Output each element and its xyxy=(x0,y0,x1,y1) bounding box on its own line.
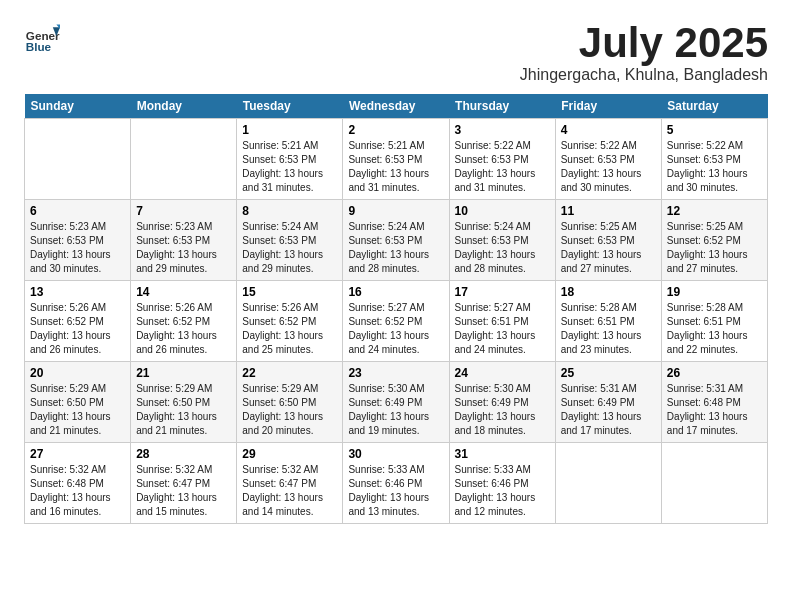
day-cell: 4Sunrise: 5:22 AM Sunset: 6:53 PM Daylig… xyxy=(555,119,661,200)
day-cell: 14Sunrise: 5:26 AM Sunset: 6:52 PM Dayli… xyxy=(131,281,237,362)
weekday-header-wednesday: Wednesday xyxy=(343,94,449,119)
day-info: Sunrise: 5:25 AM Sunset: 6:52 PM Dayligh… xyxy=(667,220,762,276)
day-cell: 1Sunrise: 5:21 AM Sunset: 6:53 PM Daylig… xyxy=(237,119,343,200)
day-number: 5 xyxy=(667,123,762,137)
month-title: July 2025 xyxy=(520,20,768,66)
day-info: Sunrise: 5:28 AM Sunset: 6:51 PM Dayligh… xyxy=(667,301,762,357)
day-cell: 17Sunrise: 5:27 AM Sunset: 6:51 PM Dayli… xyxy=(449,281,555,362)
day-number: 13 xyxy=(30,285,125,299)
day-cell xyxy=(25,119,131,200)
day-number: 12 xyxy=(667,204,762,218)
day-number: 7 xyxy=(136,204,231,218)
day-cell: 11Sunrise: 5:25 AM Sunset: 6:53 PM Dayli… xyxy=(555,200,661,281)
day-number: 9 xyxy=(348,204,443,218)
day-number: 25 xyxy=(561,366,656,380)
weekday-header-tuesday: Tuesday xyxy=(237,94,343,119)
week-row-4: 20Sunrise: 5:29 AM Sunset: 6:50 PM Dayli… xyxy=(25,362,768,443)
day-cell: 31Sunrise: 5:33 AM Sunset: 6:46 PM Dayli… xyxy=(449,443,555,524)
day-cell: 16Sunrise: 5:27 AM Sunset: 6:52 PM Dayli… xyxy=(343,281,449,362)
day-number: 28 xyxy=(136,447,231,461)
day-cell: 15Sunrise: 5:26 AM Sunset: 6:52 PM Dayli… xyxy=(237,281,343,362)
day-number: 15 xyxy=(242,285,337,299)
day-number: 17 xyxy=(455,285,550,299)
day-number: 14 xyxy=(136,285,231,299)
week-row-1: 1Sunrise: 5:21 AM Sunset: 6:53 PM Daylig… xyxy=(25,119,768,200)
day-cell xyxy=(555,443,661,524)
day-cell: 18Sunrise: 5:28 AM Sunset: 6:51 PM Dayli… xyxy=(555,281,661,362)
weekday-header-sunday: Sunday xyxy=(25,94,131,119)
day-number: 21 xyxy=(136,366,231,380)
day-cell: 5Sunrise: 5:22 AM Sunset: 6:53 PM Daylig… xyxy=(661,119,767,200)
day-info: Sunrise: 5:32 AM Sunset: 6:48 PM Dayligh… xyxy=(30,463,125,519)
svg-text:Blue: Blue xyxy=(26,40,52,53)
day-number: 26 xyxy=(667,366,762,380)
day-cell: 25Sunrise: 5:31 AM Sunset: 6:49 PM Dayli… xyxy=(555,362,661,443)
day-info: Sunrise: 5:24 AM Sunset: 6:53 PM Dayligh… xyxy=(242,220,337,276)
day-cell: 26Sunrise: 5:31 AM Sunset: 6:48 PM Dayli… xyxy=(661,362,767,443)
weekday-header-thursday: Thursday xyxy=(449,94,555,119)
day-info: Sunrise: 5:24 AM Sunset: 6:53 PM Dayligh… xyxy=(455,220,550,276)
day-info: Sunrise: 5:29 AM Sunset: 6:50 PM Dayligh… xyxy=(30,382,125,438)
day-info: Sunrise: 5:23 AM Sunset: 6:53 PM Dayligh… xyxy=(30,220,125,276)
day-number: 16 xyxy=(348,285,443,299)
day-info: Sunrise: 5:32 AM Sunset: 6:47 PM Dayligh… xyxy=(136,463,231,519)
day-cell: 2Sunrise: 5:21 AM Sunset: 6:53 PM Daylig… xyxy=(343,119,449,200)
day-cell: 27Sunrise: 5:32 AM Sunset: 6:48 PM Dayli… xyxy=(25,443,131,524)
day-number: 10 xyxy=(455,204,550,218)
day-cell: 10Sunrise: 5:24 AM Sunset: 6:53 PM Dayli… xyxy=(449,200,555,281)
day-cell: 22Sunrise: 5:29 AM Sunset: 6:50 PM Dayli… xyxy=(237,362,343,443)
day-number: 2 xyxy=(348,123,443,137)
day-number: 24 xyxy=(455,366,550,380)
day-number: 23 xyxy=(348,366,443,380)
day-info: Sunrise: 5:26 AM Sunset: 6:52 PM Dayligh… xyxy=(242,301,337,357)
weekday-header-monday: Monday xyxy=(131,94,237,119)
day-number: 29 xyxy=(242,447,337,461)
day-info: Sunrise: 5:21 AM Sunset: 6:53 PM Dayligh… xyxy=(242,139,337,195)
day-number: 18 xyxy=(561,285,656,299)
day-info: Sunrise: 5:32 AM Sunset: 6:47 PM Dayligh… xyxy=(242,463,337,519)
day-info: Sunrise: 5:22 AM Sunset: 6:53 PM Dayligh… xyxy=(455,139,550,195)
day-cell xyxy=(131,119,237,200)
weekday-header-row: SundayMondayTuesdayWednesdayThursdayFrid… xyxy=(25,94,768,119)
day-info: Sunrise: 5:22 AM Sunset: 6:53 PM Dayligh… xyxy=(561,139,656,195)
day-info: Sunrise: 5:33 AM Sunset: 6:46 PM Dayligh… xyxy=(348,463,443,519)
day-cell: 29Sunrise: 5:32 AM Sunset: 6:47 PM Dayli… xyxy=(237,443,343,524)
day-info: Sunrise: 5:26 AM Sunset: 6:52 PM Dayligh… xyxy=(30,301,125,357)
day-cell: 3Sunrise: 5:22 AM Sunset: 6:53 PM Daylig… xyxy=(449,119,555,200)
day-number: 4 xyxy=(561,123,656,137)
day-cell: 28Sunrise: 5:32 AM Sunset: 6:47 PM Dayli… xyxy=(131,443,237,524)
day-number: 22 xyxy=(242,366,337,380)
day-info: Sunrise: 5:26 AM Sunset: 6:52 PM Dayligh… xyxy=(136,301,231,357)
day-info: Sunrise: 5:24 AM Sunset: 6:53 PM Dayligh… xyxy=(348,220,443,276)
day-number: 27 xyxy=(30,447,125,461)
day-number: 1 xyxy=(242,123,337,137)
day-cell: 23Sunrise: 5:30 AM Sunset: 6:49 PM Dayli… xyxy=(343,362,449,443)
weekday-header-saturday: Saturday xyxy=(661,94,767,119)
weekday-header-friday: Friday xyxy=(555,94,661,119)
day-info: Sunrise: 5:27 AM Sunset: 6:52 PM Dayligh… xyxy=(348,301,443,357)
day-info: Sunrise: 5:25 AM Sunset: 6:53 PM Dayligh… xyxy=(561,220,656,276)
week-row-3: 13Sunrise: 5:26 AM Sunset: 6:52 PM Dayli… xyxy=(25,281,768,362)
day-number: 6 xyxy=(30,204,125,218)
day-cell: 20Sunrise: 5:29 AM Sunset: 6:50 PM Dayli… xyxy=(25,362,131,443)
day-cell: 8Sunrise: 5:24 AM Sunset: 6:53 PM Daylig… xyxy=(237,200,343,281)
title-area: July 2025 Jhingergacha, Khulna, Banglade… xyxy=(520,20,768,84)
day-cell: 21Sunrise: 5:29 AM Sunset: 6:50 PM Dayli… xyxy=(131,362,237,443)
day-info: Sunrise: 5:31 AM Sunset: 6:48 PM Dayligh… xyxy=(667,382,762,438)
day-number: 8 xyxy=(242,204,337,218)
day-cell: 9Sunrise: 5:24 AM Sunset: 6:53 PM Daylig… xyxy=(343,200,449,281)
day-number: 20 xyxy=(30,366,125,380)
day-number: 11 xyxy=(561,204,656,218)
day-cell: 19Sunrise: 5:28 AM Sunset: 6:51 PM Dayli… xyxy=(661,281,767,362)
day-cell xyxy=(661,443,767,524)
day-number: 30 xyxy=(348,447,443,461)
day-info: Sunrise: 5:33 AM Sunset: 6:46 PM Dayligh… xyxy=(455,463,550,519)
day-cell: 30Sunrise: 5:33 AM Sunset: 6:46 PM Dayli… xyxy=(343,443,449,524)
location-title: Jhingergacha, Khulna, Bangladesh xyxy=(520,66,768,84)
day-info: Sunrise: 5:28 AM Sunset: 6:51 PM Dayligh… xyxy=(561,301,656,357)
logo-icon: General Blue xyxy=(24,20,60,56)
header: General Blue July 2025 Jhingergacha, Khu… xyxy=(24,20,768,84)
day-number: 3 xyxy=(455,123,550,137)
calendar-table: SundayMondayTuesdayWednesdayThursdayFrid… xyxy=(24,94,768,524)
day-cell: 7Sunrise: 5:23 AM Sunset: 6:53 PM Daylig… xyxy=(131,200,237,281)
